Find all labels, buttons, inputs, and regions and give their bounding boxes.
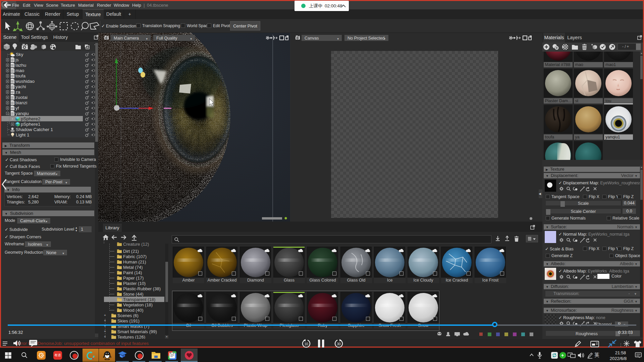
svg-text:10: 10 <box>304 342 308 346</box>
svg-text:30: 30 <box>337 342 341 346</box>
